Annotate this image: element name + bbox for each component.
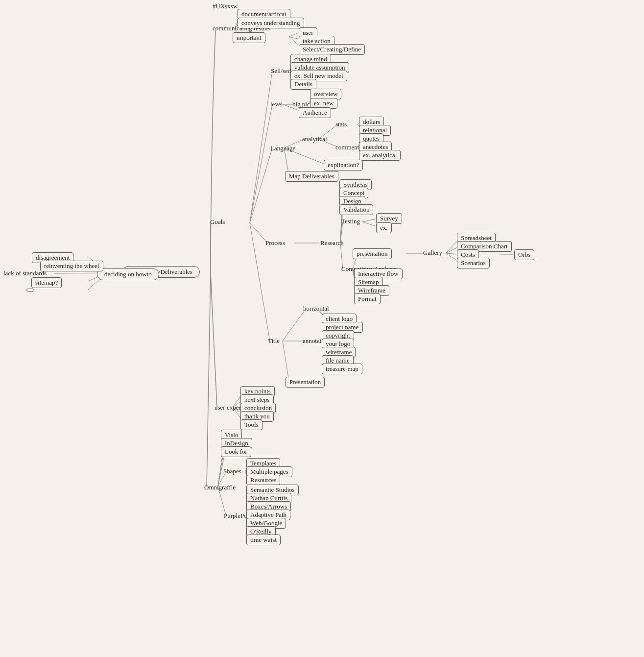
document-artifact-label: conveys understanding [238, 18, 304, 28]
analytical-label: stats [334, 120, 349, 129]
conveys-understanding-node: important [233, 32, 265, 43]
file-name-node: treasure map [322, 364, 362, 374]
validation-node: Testing [339, 217, 362, 226]
audience-node: Language [268, 144, 297, 153]
details-label: level [268, 100, 285, 109]
tools-node: Omnigraffle [202, 483, 238, 492]
ex-analytical-node: explination? [324, 160, 363, 170]
sitemap2-node [26, 286, 34, 293]
hashtag-label: #UXsxsw [211, 2, 239, 11]
title-label: horizontal [301, 304, 331, 313]
indesign-label: Look for [221, 446, 251, 457]
ex-new-node: Audience [299, 107, 331, 118]
map-deliverables-node: Process [263, 239, 287, 247]
treasure-map-node: Presentation [286, 377, 325, 388]
title-node: horizontal [301, 304, 331, 313]
presentation-branch-node: Gallery [421, 248, 444, 257]
analytical-node: stats [334, 120, 349, 129]
language-node: analytical [300, 135, 329, 144]
ex-new-label: Audience [299, 107, 331, 118]
lack-standards-node: sitemap? [31, 277, 62, 288]
thank-you-node: Tools [240, 419, 262, 430]
map-deliverables-label: Process [263, 239, 287, 247]
look-for-label: Shapes [221, 467, 243, 476]
ex-sell-new-node: Details [290, 79, 316, 90]
language-label: analytical [300, 135, 329, 144]
lack-standards-label: sitemap? [31, 277, 62, 288]
ex-analytical-label: explination? [324, 160, 363, 170]
anecdotes-node: ex. analytical [359, 150, 401, 161]
format-node: Title [266, 337, 282, 345]
svg-line-2 [207, 273, 211, 487]
svg-line-1 [211, 273, 217, 407]
time-waist-label: deciding on howto [97, 268, 159, 280]
take-action-label: Select/Creating/Define [299, 44, 365, 55]
presentation-branch-label: Gallery [421, 248, 444, 257]
svg-line-20 [250, 148, 272, 223]
costs-node: Orbs [514, 249, 534, 260]
process-node: Research [318, 239, 346, 247]
competitive-analysis-node: presentation [353, 248, 392, 259]
select-creating-define-node: Goals [208, 218, 227, 226]
survey-node: ex. [376, 222, 392, 233]
svg-line-15 [250, 104, 272, 223]
orbs-label: Scenarios [457, 258, 490, 268]
format-label: Title [266, 337, 282, 345]
reinventing-wheel-node: lack of standards [1, 269, 48, 278]
ex-sell-new-label: Details [290, 79, 316, 90]
multiple-pages-label: Resources [246, 475, 280, 486]
explanation-node: Map Deliverables [285, 171, 338, 182]
wireframe-label: Format [354, 293, 381, 304]
svg-line-63 [283, 341, 289, 381]
orbs-node: Scenarios [457, 258, 490, 268]
document-artifact-node: conveys understanding [238, 18, 304, 28]
competitive-analysis-label: presentation [353, 248, 392, 259]
look-for-node: Shapes [221, 467, 243, 476]
take-action-node: Select/Creating/Define [299, 44, 365, 55]
tools-label: Omnigraffle [202, 483, 238, 492]
conveys-understanding-label: important [233, 32, 265, 43]
oreilly-node: time waist [246, 535, 281, 545]
audience-label: Language [268, 144, 297, 153]
validation-label: Testing [339, 217, 362, 226]
multiple-pages-node: Resources [246, 475, 280, 486]
details-node: level [268, 100, 285, 109]
select-creating-define-label: Goals [208, 218, 227, 226]
file-name-label: treasure map [322, 364, 362, 374]
mindmap-container: #UXsxsw UX Design/Deliverables communica… [0, 0, 644, 657]
design-label: Validation [339, 204, 373, 215]
process-label: Research [318, 239, 346, 247]
explanation-label: Map Deliverables [285, 171, 338, 182]
survey-label: ex. [376, 222, 392, 233]
wireframe-node: Format [354, 293, 381, 304]
indesign-node: Look for [221, 446, 251, 457]
thank-you-label: Tools [240, 419, 262, 430]
disagreement-label: reinventing the wheel [40, 261, 103, 271]
sitemap2-label [26, 289, 34, 292]
design-node: Validation [339, 204, 373, 215]
costs-label: Orbs [514, 249, 534, 260]
hashtag-node: #UXsxsw [211, 2, 239, 11]
treasure-map-label: Presentation [286, 377, 325, 388]
oreilly-label: time waist [246, 535, 281, 545]
time-waist-node: deciding on howto [97, 268, 159, 280]
anecdotes-label: ex. analytical [359, 150, 401, 161]
disagreement-node: reinventing the wheel [40, 261, 103, 271]
reinventing-wheel-label: lack of standards [1, 269, 48, 278]
